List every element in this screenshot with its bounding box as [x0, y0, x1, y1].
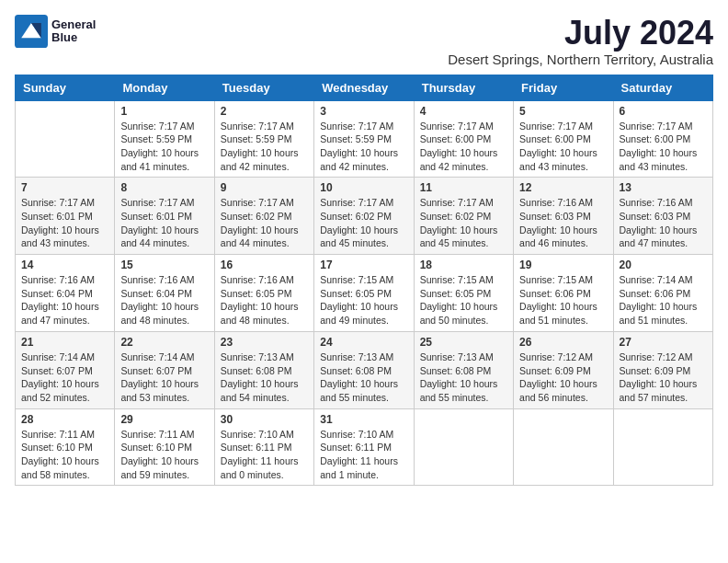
day-info: Sunrise: 7:17 AMSunset: 6:00 PMDaylight:…	[519, 120, 607, 174]
calendar-cell: 23Sunrise: 7:13 AMSunset: 6:08 PMDayligh…	[214, 331, 313, 408]
calendar-header-wednesday: Wednesday	[314, 75, 414, 100]
calendar-cell: 19Sunrise: 7:15 AMSunset: 6:06 PMDayligh…	[514, 255, 613, 332]
day-number: 9	[221, 181, 308, 194]
calendar-cell: 16Sunrise: 7:16 AMSunset: 6:05 PMDayligh…	[214, 255, 313, 332]
day-info: Sunrise: 7:16 AMSunset: 6:03 PMDaylight:…	[620, 196, 707, 250]
day-number: 16	[221, 259, 308, 271]
calendar-cell: 24Sunrise: 7:13 AMSunset: 6:08 PMDayligh…	[314, 331, 414, 408]
calendar-week-1: 1Sunrise: 7:17 AMSunset: 5:59 PMDaylight…	[16, 100, 713, 178]
calendar-cell: 18Sunrise: 7:15 AMSunset: 6:05 PMDayligh…	[414, 255, 513, 332]
day-info: Sunrise: 7:17 AMSunset: 6:02 PMDaylight:…	[420, 196, 507, 250]
day-number: 13	[620, 181, 707, 194]
day-info: Sunrise: 7:12 AMSunset: 6:09 PMDaylight:…	[620, 350, 707, 405]
calendar-header-row: SundayMondayTuesdayWednesdayThursdayFrid…	[16, 75, 713, 100]
calendar-cell: 6Sunrise: 7:17 AMSunset: 6:00 PMDaylight…	[613, 100, 712, 178]
calendar-cell: 14Sunrise: 7:16 AMSunset: 6:04 PMDayligh…	[16, 255, 115, 332]
day-info: Sunrise: 7:17 AMSunset: 5:59 PMDaylight:…	[221, 120, 308, 174]
calendar-cell	[514, 408, 613, 486]
day-info: Sunrise: 7:17 AMSunset: 6:02 PMDaylight:…	[221, 196, 308, 250]
calendar-cell: 5Sunrise: 7:17 AMSunset: 6:00 PMDaylight…	[514, 100, 613, 178]
day-number: 1	[120, 105, 208, 118]
calendar-cell: 15Sunrise: 7:16 AMSunset: 6:04 PMDayligh…	[115, 255, 214, 332]
calendar-week-4: 21Sunrise: 7:14 AMSunset: 6:07 PMDayligh…	[16, 331, 713, 408]
day-number: 26	[519, 336, 607, 349]
day-info: Sunrise: 7:14 AMSunset: 6:07 PMDaylight:…	[21, 350, 108, 405]
day-info: Sunrise: 7:17 AMSunset: 6:00 PMDaylight:…	[420, 120, 507, 174]
calendar-header-tuesday: Tuesday	[214, 75, 313, 100]
day-info: Sunrise: 7:15 AMSunset: 6:05 PMDaylight:…	[320, 273, 407, 327]
calendar-cell: 8Sunrise: 7:17 AMSunset: 6:01 PMDaylight…	[115, 178, 214, 255]
calendar-header-monday: Monday	[115, 75, 214, 100]
day-number: 6	[620, 105, 707, 118]
day-number: 31	[320, 413, 407, 426]
day-number: 23	[221, 336, 308, 349]
day-number: 12	[519, 181, 607, 194]
day-number: 11	[420, 181, 507, 194]
day-number: 7	[21, 181, 108, 194]
calendar-header-thursday: Thursday	[414, 75, 513, 100]
logo-text: General Blue	[51, 18, 96, 45]
day-number: 30	[221, 413, 308, 426]
day-number: 17	[320, 259, 407, 271]
calendar-cell: 21Sunrise: 7:14 AMSunset: 6:07 PMDayligh…	[16, 331, 115, 408]
day-number: 22	[120, 336, 208, 349]
calendar-cell: 3Sunrise: 7:17 AMSunset: 5:59 PMDaylight…	[314, 100, 414, 178]
calendar-week-2: 7Sunrise: 7:17 AMSunset: 6:01 PMDaylight…	[16, 178, 713, 255]
calendar-cell	[16, 100, 115, 178]
day-info: Sunrise: 7:14 AMSunset: 6:06 PMDaylight:…	[620, 273, 707, 327]
day-info: Sunrise: 7:13 AMSunset: 6:08 PMDaylight:…	[320, 350, 407, 405]
calendar-cell: 30Sunrise: 7:10 AMSunset: 6:11 PMDayligh…	[214, 408, 313, 486]
day-number: 2	[221, 105, 308, 118]
day-number: 20	[620, 259, 707, 271]
day-info: Sunrise: 7:17 AMSunset: 6:00 PMDaylight:…	[620, 120, 707, 174]
day-number: 4	[420, 105, 507, 118]
day-info: Sunrise: 7:13 AMSunset: 6:08 PMDaylight:…	[221, 350, 308, 405]
calendar-cell: 20Sunrise: 7:14 AMSunset: 6:06 PMDayligh…	[613, 255, 712, 332]
calendar-cell: 27Sunrise: 7:12 AMSunset: 6:09 PMDayligh…	[613, 331, 712, 408]
day-info: Sunrise: 7:10 AMSunset: 6:11 PMDaylight:…	[320, 428, 407, 482]
day-number: 18	[420, 259, 507, 271]
day-number: 19	[519, 259, 607, 271]
day-number: 10	[320, 181, 407, 194]
calendar-cell: 31Sunrise: 7:10 AMSunset: 6:11 PMDayligh…	[314, 408, 414, 486]
calendar-cell: 25Sunrise: 7:13 AMSunset: 6:08 PMDayligh…	[414, 331, 513, 408]
day-info: Sunrise: 7:11 AMSunset: 6:10 PMDaylight:…	[21, 428, 108, 482]
day-info: Sunrise: 7:12 AMSunset: 6:09 PMDaylight:…	[519, 350, 607, 405]
calendar: SundayMondayTuesdayWednesdayThursdayFrid…	[15, 75, 713, 487]
day-number: 15	[120, 259, 208, 271]
day-number: 25	[420, 336, 507, 349]
calendar-week-3: 14Sunrise: 7:16 AMSunset: 6:04 PMDayligh…	[16, 255, 713, 332]
calendar-cell	[613, 408, 712, 486]
calendar-cell: 29Sunrise: 7:11 AMSunset: 6:10 PMDayligh…	[115, 408, 214, 486]
day-info: Sunrise: 7:14 AMSunset: 6:07 PMDaylight:…	[120, 350, 208, 405]
day-number: 21	[21, 336, 108, 349]
day-info: Sunrise: 7:17 AMSunset: 6:01 PMDaylight:…	[21, 196, 108, 250]
calendar-header-sunday: Sunday	[16, 75, 115, 100]
calendar-cell: 26Sunrise: 7:12 AMSunset: 6:09 PMDayligh…	[514, 331, 613, 408]
calendar-cell: 10Sunrise: 7:17 AMSunset: 6:02 PMDayligh…	[314, 178, 414, 255]
day-number: 14	[21, 259, 108, 271]
day-info: Sunrise: 7:17 AMSunset: 5:59 PMDaylight:…	[320, 120, 407, 174]
calendar-header-friday: Friday	[514, 75, 613, 100]
calendar-cell: 4Sunrise: 7:17 AMSunset: 6:00 PMDaylight…	[414, 100, 513, 178]
subtitle: Desert Springs, Northern Territory, Aust…	[448, 52, 713, 67]
calendar-cell: 1Sunrise: 7:17 AMSunset: 5:59 PMDaylight…	[115, 100, 214, 178]
logo-line1: General	[51, 18, 96, 31]
day-number: 3	[320, 105, 407, 118]
day-info: Sunrise: 7:15 AMSunset: 6:05 PMDaylight:…	[420, 273, 507, 327]
day-info: Sunrise: 7:17 AMSunset: 6:02 PMDaylight:…	[320, 196, 407, 250]
day-info: Sunrise: 7:16 AMSunset: 6:04 PMDaylight:…	[120, 273, 208, 327]
day-info: Sunrise: 7:11 AMSunset: 6:10 PMDaylight:…	[120, 428, 208, 482]
calendar-cell	[414, 408, 513, 486]
day-number: 8	[120, 181, 208, 194]
calendar-cell: 17Sunrise: 7:15 AMSunset: 6:05 PMDayligh…	[314, 255, 414, 332]
calendar-cell: 28Sunrise: 7:11 AMSunset: 6:10 PMDayligh…	[16, 408, 115, 486]
calendar-cell: 22Sunrise: 7:14 AMSunset: 6:07 PMDayligh…	[115, 331, 214, 408]
title-section: July 2024 Desert Springs, Northern Terri…	[448, 15, 713, 67]
day-info: Sunrise: 7:16 AMSunset: 6:03 PMDaylight:…	[519, 196, 607, 250]
calendar-cell: 11Sunrise: 7:17 AMSunset: 6:02 PMDayligh…	[414, 178, 513, 255]
logo: General Blue	[15, 15, 96, 48]
day-number: 29	[120, 413, 208, 426]
calendar-cell: 13Sunrise: 7:16 AMSunset: 6:03 PMDayligh…	[613, 178, 712, 255]
day-info: Sunrise: 7:15 AMSunset: 6:06 PMDaylight:…	[519, 273, 607, 327]
